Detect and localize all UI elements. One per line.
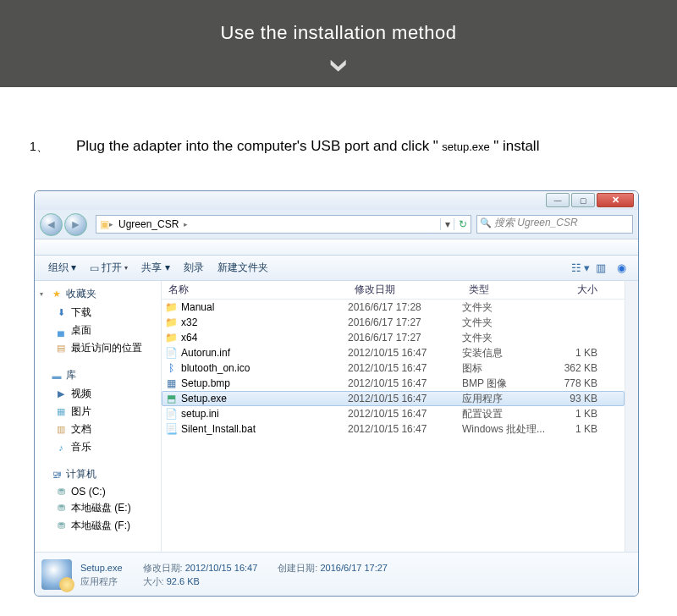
preview-pane-icon[interactable]: ▥ [591,261,611,274]
column-headers[interactable]: 名称 修改日期 类型 大小 [162,281,625,300]
crumb-sep-icon: ▸ [184,220,188,228]
file-icon: ᛒ [165,362,177,374]
tree-desktop[interactable]: ▄桌面 [40,322,161,339]
breadcrumb[interactable]: Ugreen_CSR [113,218,184,230]
collapse-icon[interactable]: ▾ [40,290,47,298]
refresh-icon[interactable]: ↻ [454,218,471,230]
file-icon: ⬒ [165,393,177,404]
file-size: 93 KB [555,393,606,404]
file-type: 配置设置 [462,407,555,421]
details-size-val: 92.6 KB [167,576,200,586]
tree-drive-e[interactable]: ⛃本地磁盘 (E:) [40,499,161,517]
col-type[interactable]: 类型 [462,283,555,297]
address-bar[interactable]: ▣ ▸ Ugreen_CSR ▸ ▾ ↻ [96,215,471,234]
tree-drive-c[interactable]: ⛃OS (C:) [40,484,161,499]
step-code: setup.exe [442,140,489,153]
tree-computer[interactable]: 🖳计算机 [40,465,161,484]
file-icon: 📁 [165,301,177,313]
file-icon: ▦ [165,377,177,389]
open-icon: ▭ [90,262,99,274]
explorer-window: — ▢ ✕ ◄ ► ▣ ▸ Ugreen_CSR ▸ ▾ ↻ 搜索 Ugreen… [34,190,639,597]
new-folder-button[interactable]: 新建文件夹 [211,257,275,278]
details-type: 应用程序 [80,576,118,586]
organize-button[interactable]: 组织 ▾ [41,257,83,278]
file-type: 文件夹 [462,300,555,315]
maximize-button[interactable]: ▢ [571,193,595,207]
file-row[interactable]: 📁x322016/6/17 17:27文件夹 [162,315,625,330]
step-after: " install [493,138,539,154]
help-icon[interactable]: ◉ [611,261,631,274]
file-row[interactable]: 📁Manual2016/6/17 17:28文件夹 [162,300,625,315]
tree-music[interactable]: ♪音乐 [40,438,161,456]
scrollbar[interactable] [625,281,638,552]
tree-downloads[interactable]: ⬇下载 [40,304,161,322]
tree-recent[interactable]: ▤最近访问的位置 [40,339,161,357]
file-list: 📁Manual2016/6/17 17:28文件夹📁x322016/6/17 1… [162,300,625,437]
star-icon: ★ [51,289,63,300]
addr-dropdown-icon[interactable]: ▾ [440,218,454,230]
address-row: ◄ ► ▣ ▸ Ugreen_CSR ▸ ▾ ↻ 搜索 Ugreen_CSR [35,210,638,239]
file-type: BMP 图像 [462,377,555,391]
file-name: x32 [181,316,197,328]
details-file-icon [41,559,72,590]
drive-icon: ⛃ [55,486,67,498]
step-text: Plug the adapter into the computer's USB… [76,138,438,154]
file-row[interactable]: 📃Silent_Install.bat2012/10/15 16:47Windo… [162,421,625,437]
computer-icon: 🖳 [51,469,63,481]
download-icon: ⬇ [55,307,67,319]
file-date: 2012/10/15 16:47 [348,423,462,435]
share-button[interactable]: 共享 ▾ [135,257,176,278]
col-date[interactable]: 修改日期 [348,283,462,297]
file-size: 1 KB [555,408,606,420]
file-name: x64 [181,332,197,344]
window-titlebar[interactable]: — ▢ ✕ [35,191,638,210]
burn-button[interactable]: 刻录 [177,257,211,278]
file-date: 2016/6/17 17:27 [348,332,462,344]
details-mod-key: 修改日期: [143,563,183,573]
col-size[interactable]: 大小 [555,283,606,297]
back-button[interactable]: ◄ [40,213,63,236]
tree-libraries[interactable]: ▬库 [40,366,161,385]
file-icon: 📁 [165,332,177,344]
file-row[interactable]: ⬒Setup.exe2012/10/15 16:47应用程序93 KB [162,391,625,406]
search-input[interactable]: 搜索 Ugreen_CSR [476,215,633,234]
tree-drive-f[interactable]: ⛃本地磁盘 (F:) [40,517,161,535]
forward-button[interactable]: ► [64,213,87,236]
file-name: Setup.bmp [181,377,230,389]
close-button[interactable]: ✕ [597,193,634,207]
details-mod-val: 2012/10/15 16:47 [185,563,258,573]
recent-icon: ▤ [55,343,67,355]
file-date: 2016/6/17 17:28 [348,301,462,313]
file-icon: 📄 [165,347,177,359]
details-name: Setup.exe [80,563,123,573]
file-name: blutooth_on.ico [181,362,250,374]
file-row[interactable]: ᛒblutooth_on.ico2012/10/15 16:47图标362 KB [162,360,625,376]
file-row[interactable]: 📄Autorun.inf2012/10/15 16:47安装信息1 KB [162,345,625,360]
file-row[interactable]: 📄setup.ini2012/10/15 16:47配置设置1 KB [162,406,625,421]
file-date: 2012/10/15 16:47 [348,393,462,404]
col-name[interactable]: 名称 [162,283,348,297]
toolbar: 组织 ▾ ▭打开▾ 共享 ▾ 刻录 新建文件夹 ☷ ▾ ▥ ◉ [35,256,638,281]
details-created-key: 创建日期: [278,563,317,573]
file-row[interactable]: ▦Setup.bmp2012/10/15 16:47BMP 图像778 KB [162,376,625,391]
file-date: 2016/6/17 17:27 [348,316,462,328]
file-name: setup.ini [181,408,219,420]
file-row[interactable]: 📁x642016/6/17 17:27文件夹 [162,330,625,345]
open-button[interactable]: ▭打开▾ [83,257,135,278]
music-icon: ♪ [55,442,67,454]
nav-tree: ▾★收藏夹 ⬇下载 ▄桌面 ▤最近访问的位置 ▬库 ▶视频 ▦图片 ▥文档 ♪音… [35,281,162,552]
file-name: Setup.exe [181,393,227,404]
tree-documents[interactable]: ▥文档 [40,421,161,438]
menu-bar[interactable] [35,239,638,256]
file-type: 应用程序 [462,392,555,406]
file-type: Windows 批处理... [462,422,555,437]
file-date: 2012/10/15 16:47 [348,377,462,389]
tree-videos[interactable]: ▶视频 [40,385,161,403]
details-pane: Setup.exe 应用程序 修改日期: 2012/10/15 16:47 大小… [35,552,638,596]
view-options-icon[interactable]: ☷ ▾ [570,261,591,274]
minimize-button[interactable]: — [546,193,570,207]
tree-favorites[interactable]: ▾★收藏夹 [40,284,161,304]
file-size: 778 KB [555,377,606,389]
banner-title: Use the installation method [221,22,457,44]
tree-pictures[interactable]: ▦图片 [40,403,161,421]
